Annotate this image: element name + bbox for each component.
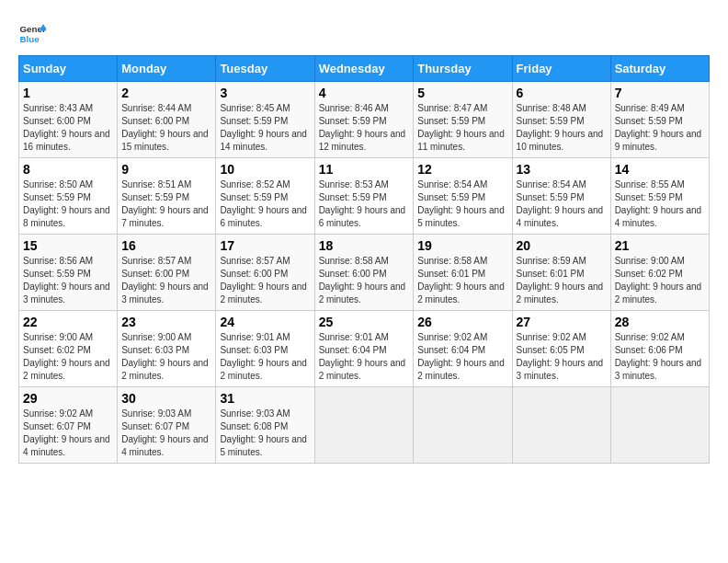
day-info: Sunrise: 8:57 AM Sunset: 6:00 PM Dayligh… xyxy=(220,255,310,306)
day-info: Sunrise: 8:54 AM Sunset: 5:59 PM Dayligh… xyxy=(417,178,507,230)
calendar-cell: 31 Sunrise: 9:03 AM Sunset: 6:08 PM Dayl… xyxy=(216,387,314,464)
day-number: 22 xyxy=(23,315,113,329)
calendar-table: SundayMondayTuesdayWednesdayThursdayFrid… xyxy=(18,55,710,464)
day-number: 19 xyxy=(417,238,507,253)
calendar-cell: 9 Sunrise: 8:51 AM Sunset: 5:59 PM Dayli… xyxy=(118,158,216,235)
calendar-cell: 5 Sunrise: 8:47 AM Sunset: 5:59 PM Dayli… xyxy=(414,82,512,158)
calendar-cell: 17 Sunrise: 8:57 AM Sunset: 6:00 PM Dayl… xyxy=(216,235,314,311)
calendar-cell: 2 Sunrise: 8:44 AM Sunset: 6:00 PM Dayli… xyxy=(118,82,216,158)
calendar-cell: 19 Sunrise: 8:58 AM Sunset: 6:01 PM Dayl… xyxy=(414,235,512,311)
calendar-cell: 20 Sunrise: 8:59 AM Sunset: 6:01 PM Dayl… xyxy=(512,235,610,311)
day-number: 6 xyxy=(517,86,607,100)
day-info: Sunrise: 9:02 AM Sunset: 6:04 PM Dayligh… xyxy=(417,331,507,383)
day-info: Sunrise: 8:48 AM Sunset: 5:59 PM Dayligh… xyxy=(517,102,607,154)
day-info: Sunrise: 8:53 AM Sunset: 5:59 PM Dayligh… xyxy=(319,178,410,230)
day-info: Sunrise: 8:58 AM Sunset: 6:00 PM Dayligh… xyxy=(319,255,410,306)
weekday-header-wednesday: Wednesday xyxy=(314,56,414,82)
calendar-cell xyxy=(610,387,709,464)
day-number: 29 xyxy=(23,391,113,406)
day-number: 3 xyxy=(220,86,310,100)
day-number: 2 xyxy=(121,86,211,100)
day-number: 20 xyxy=(517,238,607,253)
calendar-cell: 1 Sunrise: 8:43 AM Sunset: 6:00 PM Dayli… xyxy=(19,82,118,158)
calendar-cell: 14 Sunrise: 8:55 AM Sunset: 5:59 PM Dayl… xyxy=(610,158,709,235)
calendar-week-row: 1 Sunrise: 8:43 AM Sunset: 6:00 PM Dayli… xyxy=(19,82,710,158)
day-info: Sunrise: 8:44 AM Sunset: 6:00 PM Dayligh… xyxy=(121,102,211,154)
calendar-cell: 6 Sunrise: 8:48 AM Sunset: 5:59 PM Dayli… xyxy=(512,82,610,158)
calendar-cell: 10 Sunrise: 8:52 AM Sunset: 5:59 PM Dayl… xyxy=(216,158,314,235)
day-number: 25 xyxy=(319,315,410,329)
day-number: 28 xyxy=(615,315,705,329)
calendar-cell: 28 Sunrise: 9:02 AM Sunset: 6:06 PM Dayl… xyxy=(610,311,709,387)
calendar-cell: 29 Sunrise: 9:02 AM Sunset: 6:07 PM Dayl… xyxy=(19,387,118,464)
day-number: 21 xyxy=(615,238,705,253)
calendar-cell: 21 Sunrise: 9:00 AM Sunset: 6:02 PM Dayl… xyxy=(610,235,709,311)
day-info: Sunrise: 8:52 AM Sunset: 5:59 PM Dayligh… xyxy=(220,178,310,230)
day-number: 12 xyxy=(417,162,507,177)
day-number: 30 xyxy=(121,391,211,406)
day-info: Sunrise: 8:56 AM Sunset: 5:59 PM Dayligh… xyxy=(23,255,113,306)
day-number: 10 xyxy=(220,162,310,177)
weekday-header-thursday: Thursday xyxy=(414,56,512,82)
calendar-cell xyxy=(512,387,610,464)
day-info: Sunrise: 8:59 AM Sunset: 6:01 PM Dayligh… xyxy=(517,255,607,306)
day-number: 13 xyxy=(517,162,607,177)
day-info: Sunrise: 8:47 AM Sunset: 5:59 PM Dayligh… xyxy=(417,102,507,154)
day-info: Sunrise: 8:50 AM Sunset: 5:59 PM Dayligh… xyxy=(23,178,113,230)
calendar-cell: 26 Sunrise: 9:02 AM Sunset: 6:04 PM Dayl… xyxy=(414,311,512,387)
calendar-cell: 15 Sunrise: 8:56 AM Sunset: 5:59 PM Dayl… xyxy=(19,235,118,311)
weekday-header-sunday: Sunday xyxy=(19,56,118,82)
calendar-week-row: 8 Sunrise: 8:50 AM Sunset: 5:59 PM Dayli… xyxy=(19,158,710,235)
day-number: 18 xyxy=(319,238,410,253)
weekday-header-saturday: Saturday xyxy=(610,56,709,82)
day-number: 8 xyxy=(23,162,113,177)
calendar-cell: 23 Sunrise: 9:00 AM Sunset: 6:03 PM Dayl… xyxy=(118,311,216,387)
day-number: 5 xyxy=(417,86,507,100)
day-number: 4 xyxy=(319,86,410,100)
calendar-cell: 24 Sunrise: 9:01 AM Sunset: 6:03 PM Dayl… xyxy=(216,311,314,387)
logo-icon: General Blue xyxy=(18,18,46,46)
calendar-cell: 16 Sunrise: 8:57 AM Sunset: 6:00 PM Dayl… xyxy=(118,235,216,311)
day-number: 27 xyxy=(517,315,607,329)
day-info: Sunrise: 8:45 AM Sunset: 5:59 PM Dayligh… xyxy=(220,102,310,154)
calendar-cell xyxy=(314,387,414,464)
day-number: 23 xyxy=(121,315,211,329)
calendar-cell: 30 Sunrise: 9:03 AM Sunset: 6:07 PM Dayl… xyxy=(118,387,216,464)
day-info: Sunrise: 9:02 AM Sunset: 6:07 PM Dayligh… xyxy=(23,408,113,459)
day-info: Sunrise: 9:01 AM Sunset: 6:03 PM Dayligh… xyxy=(220,331,310,383)
calendar-cell: 25 Sunrise: 9:01 AM Sunset: 6:04 PM Dayl… xyxy=(314,311,414,387)
weekday-header-monday: Monday xyxy=(118,56,216,82)
calendar-cell: 18 Sunrise: 8:58 AM Sunset: 6:00 PM Dayl… xyxy=(314,235,414,311)
day-info: Sunrise: 9:01 AM Sunset: 6:04 PM Dayligh… xyxy=(319,331,410,383)
day-info: Sunrise: 9:03 AM Sunset: 6:07 PM Dayligh… xyxy=(121,408,211,459)
day-number: 24 xyxy=(220,315,310,329)
day-info: Sunrise: 9:00 AM Sunset: 6:03 PM Dayligh… xyxy=(121,331,211,383)
day-info: Sunrise: 8:46 AM Sunset: 5:59 PM Dayligh… xyxy=(319,102,410,154)
day-number: 1 xyxy=(23,86,113,100)
weekday-header-friday: Friday xyxy=(512,56,610,82)
day-number: 11 xyxy=(319,162,410,177)
day-info: Sunrise: 8:54 AM Sunset: 5:59 PM Dayligh… xyxy=(517,178,607,230)
calendar-cell: 7 Sunrise: 8:49 AM Sunset: 5:59 PM Dayli… xyxy=(610,82,709,158)
day-number: 7 xyxy=(615,86,705,100)
day-info: Sunrise: 8:55 AM Sunset: 5:59 PM Dayligh… xyxy=(615,178,705,230)
day-number: 31 xyxy=(220,391,310,406)
calendar-cell: 11 Sunrise: 8:53 AM Sunset: 5:59 PM Dayl… xyxy=(314,158,414,235)
calendar-week-row: 22 Sunrise: 9:00 AM Sunset: 6:02 PM Dayl… xyxy=(19,311,710,387)
calendar-week-row: 15 Sunrise: 8:56 AM Sunset: 5:59 PM Dayl… xyxy=(19,235,710,311)
day-info: Sunrise: 9:00 AM Sunset: 6:02 PM Dayligh… xyxy=(615,255,705,306)
page-header: General Blue xyxy=(18,18,710,46)
day-info: Sunrise: 9:02 AM Sunset: 6:06 PM Dayligh… xyxy=(615,331,705,383)
day-number: 17 xyxy=(220,238,310,253)
calendar-cell: 3 Sunrise: 8:45 AM Sunset: 5:59 PM Dayli… xyxy=(216,82,314,158)
svg-text:Blue: Blue xyxy=(20,34,40,44)
day-number: 26 xyxy=(417,315,507,329)
logo: General Blue xyxy=(18,18,46,46)
day-info: Sunrise: 8:51 AM Sunset: 5:59 PM Dayligh… xyxy=(121,178,211,230)
calendar-cell xyxy=(414,387,512,464)
day-info: Sunrise: 8:58 AM Sunset: 6:01 PM Dayligh… xyxy=(417,255,507,306)
day-number: 14 xyxy=(615,162,705,177)
weekday-header-tuesday: Tuesday xyxy=(216,56,314,82)
day-info: Sunrise: 9:02 AM Sunset: 6:05 PM Dayligh… xyxy=(517,331,607,383)
day-info: Sunrise: 9:00 AM Sunset: 6:02 PM Dayligh… xyxy=(23,331,113,383)
